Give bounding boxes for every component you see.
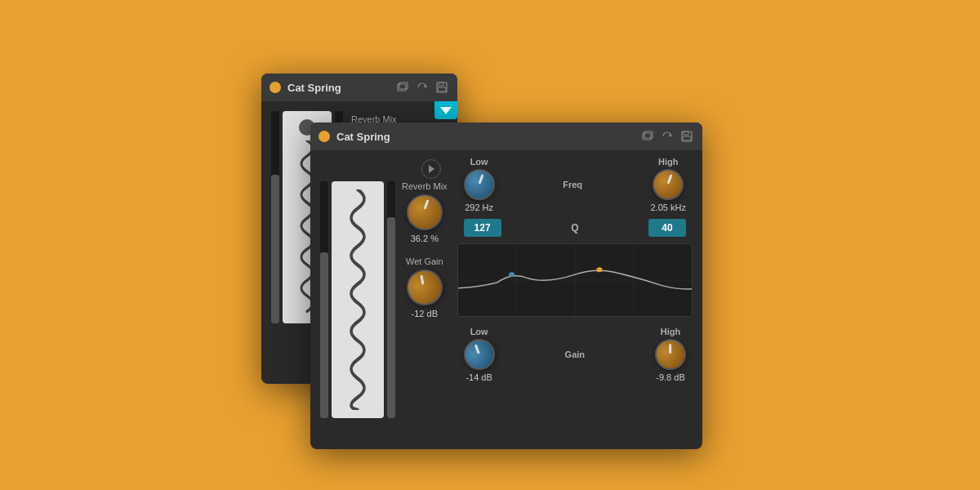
small-save-icon[interactable] [434,80,449,95]
large-title-text: Cat Spring [336,131,634,143]
eq-high-q-group [648,219,686,237]
small-title-icons [395,80,449,95]
large-window-icon[interactable] [640,129,655,144]
eq-low-gain-value: -14 dB [466,372,492,382]
small-title-text: Cat Spring [287,82,389,94]
large-controls: Reverb Mix 36.2 % Wet Gain -12 dB [402,181,448,318]
large-reverb-mix-label: Reverb Mix [402,181,448,191]
large-header-row [320,157,448,181]
large-title-dot [318,131,330,142]
eq-gain-row: Low -14 dB Gain High -9.8 dB [457,323,693,382]
eq-low-gain-group: Low -14 dB [464,327,495,382]
large-wet-gain-knob[interactable] [400,263,449,312]
eq-graph [457,243,693,317]
eq-gain-label: Gain [565,350,585,359]
eq-high-gain-value: -9.8 dB [656,372,684,382]
svg-rect-8 [684,131,688,135]
large-reverb-mix-knob[interactable] [407,194,443,230]
eq-freq-top: Low 292 Hz Freq High 2.05 kHz [457,157,693,212]
small-level-left [271,111,279,323]
large-title-icons [640,129,694,144]
eq-low-group: Low 292 Hz [464,157,495,212]
large-wet-gain-value: -12 dB [412,309,438,318]
large-spring-coil [335,189,381,410]
eq-low-gain-knob[interactable] [457,332,501,376]
large-level-right [387,181,395,418]
plugins-container: Cat Spring [261,74,719,416]
large-plugin-window: Cat Spring [310,122,702,449]
eq-high-gain-label: High [661,327,680,336]
large-left-panel: Reverb Mix 36.2 % Wet Gain -12 dB [320,157,448,418]
eq-low-freq-value: 292 Hz [465,203,493,212]
eq-freq-label: Freq [563,180,582,189]
small-refresh-icon[interactable] [415,80,430,95]
eq-high-q-input[interactable] [648,219,686,237]
eq-high-gain-group: High -9.8 dB [655,327,686,382]
small-level-left-fill [271,175,279,323]
eq-high-gain-knob[interactable] [651,335,691,375]
eq-high-label: High [658,157,678,167]
large-level-left [320,181,328,418]
large-level-right-fill [387,217,395,419]
small-title-bar: Cat Spring [261,74,457,101]
eq-gain-center: Gain [565,350,585,382]
eq-low-label: Low [470,157,488,167]
eq-q-row: Q [457,219,693,237]
large-refresh-icon[interactable] [660,129,675,144]
large-reverb-mix-value: 36.2 % [411,234,439,243]
eq-low-gain-label: Low [470,327,488,336]
eq-q-label: Q [571,222,578,234]
eq-section: Low 292 Hz Freq High 2.05 kHz [457,157,693,418]
svg-rect-4 [438,87,446,91]
large-play-button[interactable] [421,159,441,179]
large-title-bar: Cat Spring [310,122,702,150]
dropdown-arrow[interactable] [434,101,457,119]
large-spring-box [332,181,384,418]
svg-rect-9 [683,136,691,140]
large-level-left-fill [320,252,328,418]
eq-high-freq-value: 2.05 kHz [651,203,686,212]
svg-point-16 [596,267,602,272]
large-wet-gain-label: Wet Gain [406,256,443,266]
large-spring-controls: Reverb Mix 36.2 % Wet Gain -12 dB [320,181,448,418]
svg-point-15 [509,272,514,277]
small-window-icon[interactable] [395,80,410,95]
large-plugin-body: Reverb Mix 36.2 % Wet Gain -12 dB [310,150,702,428]
large-save-icon[interactable] [679,129,694,144]
small-title-dot [270,82,281,93]
eq-high-group: High 2.05 kHz [651,157,686,212]
large-wet-gain-group: Wet Gain -12 dB [402,256,448,318]
eq-high-freq-knob[interactable] [653,169,684,200]
eq-freq-center: Freq [563,180,582,212]
eq-low-q-group [464,219,501,237]
large-reverb-mix-group: Reverb Mix 36.2 % [402,181,448,243]
eq-low-freq-knob[interactable] [464,169,495,200]
large-spring-area [320,181,395,418]
eq-low-q-input[interactable] [464,219,501,237]
